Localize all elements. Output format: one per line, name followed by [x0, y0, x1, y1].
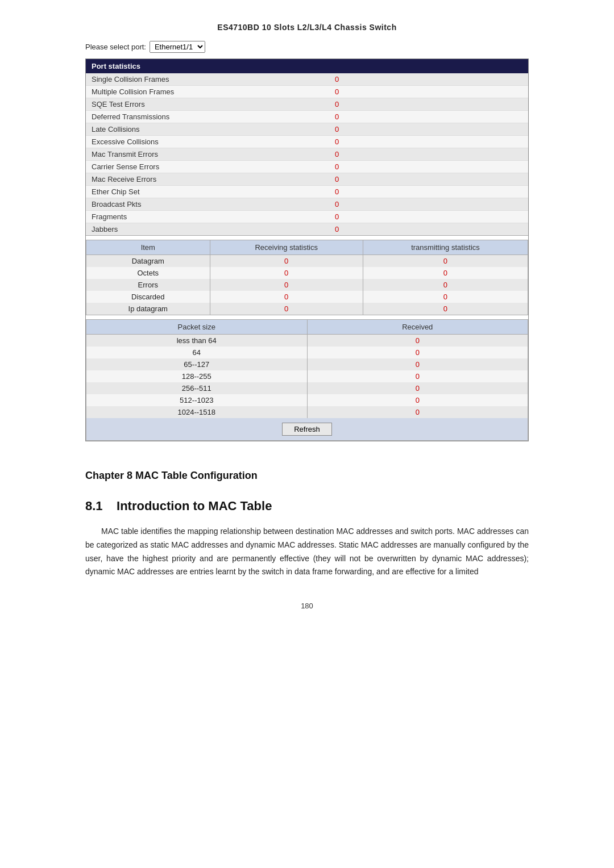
port-stats-row: Excessive Collisions 0: [86, 136, 528, 148]
packet-size: 256--511: [86, 382, 308, 394]
stat-label: Deferred Transmissions: [86, 111, 329, 123]
stat-label: Mac Transmit Errors: [86, 148, 329, 161]
port-stats-row: Ether Chip Set 0: [86, 186, 528, 198]
triple-stats-table: Item Receiving statistics transmitting s…: [86, 240, 528, 315]
port-stats-row: Late Collisions 0: [86, 123, 528, 136]
chapter-title: Chapter 8 MAC Table Configuration: [85, 470, 529, 482]
packet-size-row: 256--511 0: [86, 382, 528, 394]
packet-size-row: 512--1023 0: [86, 394, 528, 406]
stat-label: Late Collisions: [86, 123, 329, 136]
stat-label: Ether Chip Set: [86, 186, 329, 198]
stat-label: Fragments: [86, 211, 329, 223]
stat-label: Broadcast Pkts: [86, 198, 329, 211]
stat-value: 0: [329, 148, 528, 161]
triple-col-item: Item: [86, 240, 210, 255]
packet-received: 0: [307, 335, 528, 347]
triple-stats-row: Ip datagram 0 0: [86, 303, 528, 315]
port-stats-row: Mac Transmit Errors 0: [86, 148, 528, 161]
section-number: 8.1: [85, 499, 103, 513]
stat-label: Single Collision Frames: [86, 73, 329, 86]
triple-receiving: 0: [210, 291, 363, 303]
stat-value: 0: [329, 186, 528, 198]
port-stats-header: Port statistics: [86, 59, 528, 73]
triple-stats-row: Errors 0 0: [86, 279, 528, 291]
packet-received: 0: [307, 382, 528, 394]
triple-item: Datagram: [86, 255, 210, 268]
packet-size: 128--255: [86, 370, 308, 382]
stat-label: Mac Receive Errors: [86, 173, 329, 186]
packet-col-size: Packet size: [86, 320, 308, 335]
port-select-dropdown[interactable]: Ethernet1/1: [150, 41, 205, 53]
triple-item: Ip datagram: [86, 303, 210, 315]
stat-value: 0: [329, 111, 528, 123]
triple-stats-row: Datagram 0 0: [86, 255, 528, 268]
triple-receiving: 0: [210, 279, 363, 291]
chapter-section: Chapter 8 MAC Table Configuration 8.1 In…: [85, 470, 529, 579]
stat-value: 0: [329, 73, 528, 86]
packet-received: 0: [307, 406, 528, 418]
packet-size: 1024--1518: [86, 406, 308, 418]
device-title: ES4710BD 10 Slots L2/L3/L4 Chassis Switc…: [85, 23, 529, 32]
page-number: 180: [85, 602, 529, 610]
packet-received: 0: [307, 347, 528, 358]
stat-value: 0: [329, 161, 528, 173]
packet-size-row: 64 0: [86, 347, 528, 358]
section-title: 8.1 Introduction to MAC Table: [85, 499, 529, 514]
port-stats-row: SQE Test Errors 0: [86, 98, 528, 111]
port-stats-row: Broadcast Pkts 0: [86, 198, 528, 211]
stat-label: Excessive Collisions: [86, 136, 329, 148]
triple-transmitting: 0: [363, 303, 528, 315]
refresh-button[interactable]: Refresh: [282, 423, 332, 436]
packet-size: less than 64: [86, 335, 308, 347]
body-text: MAC table identifies the mapping relatio…: [85, 525, 529, 579]
stat-value: 0: [329, 136, 528, 148]
packet-received: 0: [307, 370, 528, 382]
port-stats-table: Single Collision Frames 0 Multiple Colli…: [86, 73, 528, 235]
triple-stats-row: Octets 0 0: [86, 267, 528, 279]
packet-size-table: Packet size Received less than 64 0 64 0…: [86, 319, 528, 418]
triple-item: Octets: [86, 267, 210, 279]
packet-received: 0: [307, 394, 528, 406]
port-select-label: Please select port:: [85, 43, 146, 51]
triple-receiving: 0: [210, 255, 363, 268]
triple-stats-row: Discarded 0 0: [86, 291, 528, 303]
port-stats-row: Mac Receive Errors 0: [86, 173, 528, 186]
stat-value: 0: [329, 198, 528, 211]
triple-receiving: 0: [210, 303, 363, 315]
packet-size-row: 1024--1518 0: [86, 406, 528, 418]
packet-size-row: less than 64 0: [86, 335, 528, 347]
triple-receiving: 0: [210, 267, 363, 279]
stat-value: 0: [329, 98, 528, 111]
stat-value: 0: [329, 211, 528, 223]
port-stats-row: Single Collision Frames 0: [86, 73, 528, 86]
triple-item: Discarded: [86, 291, 210, 303]
packet-col-received: Received: [307, 320, 528, 335]
packet-size-row: 65--127 0: [86, 358, 528, 370]
stat-label: SQE Test Errors: [86, 98, 329, 111]
stat-label: Carrier Sense Errors: [86, 161, 329, 173]
port-stats-row: Multiple Collision Frames 0: [86, 86, 528, 98]
stat-value: 0: [329, 173, 528, 186]
packet-received: 0: [307, 358, 528, 370]
triple-transmitting: 0: [363, 291, 528, 303]
triple-col-receiving: Receiving statistics: [210, 240, 363, 255]
stats-container: Port statistics Single Collision Frames …: [85, 59, 529, 441]
triple-item: Errors: [86, 279, 210, 291]
stat-label: Multiple Collision Frames: [86, 86, 329, 98]
triple-transmitting: 0: [363, 279, 528, 291]
port-stats-row: Deferred Transmissions 0: [86, 111, 528, 123]
port-stats-row: Fragments 0: [86, 211, 528, 223]
packet-size: 64: [86, 347, 308, 358]
section-heading: Introduction to MAC Table: [117, 499, 272, 513]
packet-size: 65--127: [86, 358, 308, 370]
refresh-row: Refresh: [86, 418, 528, 441]
stat-value: 0: [329, 123, 528, 136]
stat-value: 0: [329, 86, 528, 98]
packet-size: 512--1023: [86, 394, 308, 406]
packet-size-row: 128--255 0: [86, 370, 528, 382]
port-stats-row: Carrier Sense Errors 0: [86, 161, 528, 173]
stat-label: Jabbers: [86, 223, 329, 236]
triple-transmitting: 0: [363, 255, 528, 268]
triple-transmitting: 0: [363, 267, 528, 279]
port-stats-row: Jabbers 0: [86, 223, 528, 236]
